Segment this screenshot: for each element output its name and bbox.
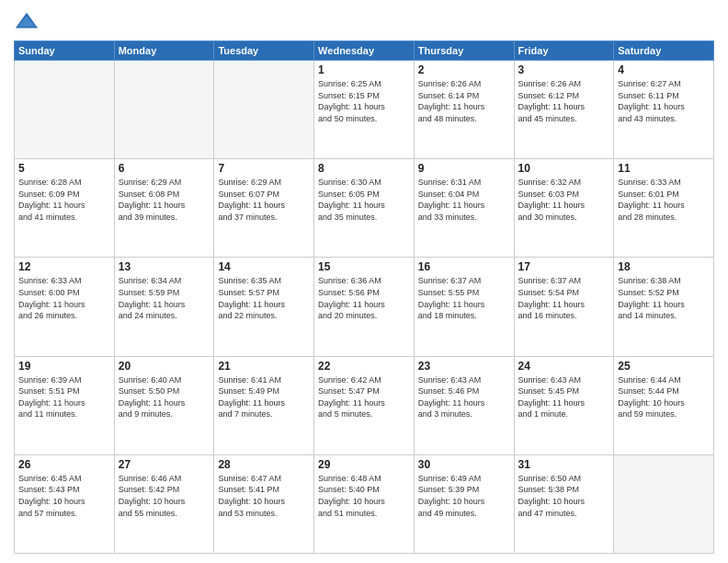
- day-number: 30: [418, 458, 510, 471]
- day-info: Sunrise: 6:26 AM Sunset: 6:12 PM Dayligh…: [518, 78, 610, 124]
- day-number: 24: [518, 360, 610, 373]
- day-number: 20: [119, 360, 210, 373]
- day-info: Sunrise: 6:27 AM Sunset: 6:11 PM Dayligh…: [618, 78, 710, 124]
- day-number: 10: [518, 162, 610, 175]
- day-info: Sunrise: 6:37 AM Sunset: 5:55 PM Dayligh…: [418, 275, 510, 321]
- day-number: 27: [119, 458, 210, 471]
- day-info: Sunrise: 6:33 AM Sunset: 6:01 PM Dayligh…: [618, 177, 710, 223]
- day-number: 4: [618, 63, 710, 76]
- calendar-cell: 20Sunrise: 6:40 AM Sunset: 5:50 PM Dayli…: [114, 356, 214, 454]
- day-info: Sunrise: 6:28 AM Sunset: 6:09 PM Dayligh…: [18, 177, 110, 223]
- day-info: Sunrise: 6:40 AM Sunset: 5:50 PM Dayligh…: [119, 374, 210, 420]
- day-info: Sunrise: 6:50 AM Sunset: 5:38 PM Dayligh…: [518, 473, 610, 519]
- col-tuesday: Tuesday: [214, 41, 314, 61]
- calendar-cell: 12Sunrise: 6:33 AM Sunset: 6:00 PM Dayli…: [15, 258, 115, 356]
- day-number: 13: [119, 260, 210, 273]
- day-info: Sunrise: 6:30 AM Sunset: 6:05 PM Dayligh…: [318, 177, 410, 223]
- calendar-cell: 13Sunrise: 6:34 AM Sunset: 5:59 PM Dayli…: [114, 258, 214, 356]
- day-info: Sunrise: 6:32 AM Sunset: 6:03 PM Dayligh…: [518, 177, 610, 223]
- day-number: 14: [218, 260, 310, 273]
- day-info: Sunrise: 6:25 AM Sunset: 6:15 PM Dayligh…: [318, 78, 410, 124]
- day-info: Sunrise: 6:41 AM Sunset: 5:49 PM Dayligh…: [218, 374, 310, 420]
- day-info: Sunrise: 6:43 AM Sunset: 5:45 PM Dayligh…: [518, 374, 610, 420]
- calendar-cell: 10Sunrise: 6:32 AM Sunset: 6:03 PM Dayli…: [514, 159, 614, 258]
- day-info: Sunrise: 6:26 AM Sunset: 6:14 PM Dayligh…: [418, 78, 510, 124]
- day-info: Sunrise: 6:35 AM Sunset: 5:57 PM Dayligh…: [218, 275, 310, 321]
- day-number: 29: [318, 458, 410, 471]
- calendar-week-row: 26Sunrise: 6:45 AM Sunset: 5:43 PM Dayli…: [15, 454, 714, 553]
- day-info: Sunrise: 6:49 AM Sunset: 5:39 PM Dayligh…: [418, 473, 510, 519]
- day-number: 16: [418, 260, 510, 273]
- calendar-cell: 15Sunrise: 6:36 AM Sunset: 5:56 PM Dayli…: [314, 258, 415, 356]
- day-number: 17: [518, 260, 610, 273]
- calendar-cell: 6Sunrise: 6:29 AM Sunset: 6:08 PM Daylig…: [114, 159, 214, 258]
- day-number: 2: [418, 63, 510, 76]
- col-wednesday: Wednesday: [314, 41, 415, 61]
- calendar-cell: 3Sunrise: 6:26 AM Sunset: 6:12 PM Daylig…: [514, 61, 614, 159]
- calendar-cell: 18Sunrise: 6:38 AM Sunset: 5:52 PM Dayli…: [614, 258, 714, 356]
- calendar-cell: [614, 454, 714, 553]
- page: Sunday Monday Tuesday Wednesday Thursday…: [0, 0, 728, 563]
- calendar-cell: 14Sunrise: 6:35 AM Sunset: 5:57 PM Dayli…: [214, 258, 314, 356]
- day-number: 18: [618, 260, 710, 273]
- header: [14, 9, 714, 35]
- calendar-week-row: 12Sunrise: 6:33 AM Sunset: 6:00 PM Dayli…: [15, 258, 714, 356]
- calendar-cell: 1Sunrise: 6:25 AM Sunset: 6:15 PM Daylig…: [314, 61, 415, 159]
- calendar-cell: 17Sunrise: 6:37 AM Sunset: 5:54 PM Dayli…: [514, 258, 614, 356]
- calendar-header-row: Sunday Monday Tuesday Wednesday Thursday…: [15, 41, 714, 61]
- day-number: 6: [119, 162, 210, 175]
- day-number: 25: [618, 360, 710, 373]
- calendar-cell: 9Sunrise: 6:31 AM Sunset: 6:04 PM Daylig…: [414, 159, 514, 258]
- day-info: Sunrise: 6:42 AM Sunset: 5:47 PM Dayligh…: [318, 374, 410, 420]
- calendar-cell: 30Sunrise: 6:49 AM Sunset: 5:39 PM Dayli…: [414, 454, 514, 553]
- col-monday: Monday: [114, 41, 214, 61]
- day-number: 5: [18, 162, 110, 175]
- day-number: 22: [318, 360, 410, 373]
- calendar-table: Sunday Monday Tuesday Wednesday Thursday…: [14, 40, 714, 554]
- calendar-cell: 24Sunrise: 6:43 AM Sunset: 5:45 PM Dayli…: [514, 356, 614, 454]
- day-info: Sunrise: 6:43 AM Sunset: 5:46 PM Dayligh…: [418, 374, 510, 420]
- day-number: 1: [318, 63, 410, 76]
- day-number: 15: [318, 260, 410, 273]
- day-info: Sunrise: 6:37 AM Sunset: 5:54 PM Dayligh…: [518, 275, 610, 321]
- day-info: Sunrise: 6:34 AM Sunset: 5:59 PM Dayligh…: [119, 275, 210, 321]
- calendar-cell: [114, 61, 214, 159]
- calendar-cell: 26Sunrise: 6:45 AM Sunset: 5:43 PM Dayli…: [15, 454, 115, 553]
- calendar-cell: 11Sunrise: 6:33 AM Sunset: 6:01 PM Dayli…: [614, 159, 714, 258]
- calendar-cell: 23Sunrise: 6:43 AM Sunset: 5:46 PM Dayli…: [414, 356, 514, 454]
- day-info: Sunrise: 6:45 AM Sunset: 5:43 PM Dayligh…: [18, 473, 110, 519]
- calendar-cell: 16Sunrise: 6:37 AM Sunset: 5:55 PM Dayli…: [414, 258, 514, 356]
- day-number: 19: [18, 360, 110, 373]
- calendar-cell: 25Sunrise: 6:44 AM Sunset: 5:44 PM Dayli…: [614, 356, 714, 454]
- day-info: Sunrise: 6:29 AM Sunset: 6:08 PM Dayligh…: [119, 177, 210, 223]
- calendar-cell: [214, 61, 314, 159]
- day-info: Sunrise: 6:31 AM Sunset: 6:04 PM Dayligh…: [418, 177, 510, 223]
- logo-icon: [14, 9, 40, 35]
- calendar-cell: 21Sunrise: 6:41 AM Sunset: 5:49 PM Dayli…: [214, 356, 314, 454]
- day-number: 28: [218, 458, 310, 471]
- day-number: 31: [518, 458, 610, 471]
- day-info: Sunrise: 6:36 AM Sunset: 5:56 PM Dayligh…: [318, 275, 410, 321]
- calendar-cell: 8Sunrise: 6:30 AM Sunset: 6:05 PM Daylig…: [314, 159, 415, 258]
- logo: [14, 9, 43, 35]
- col-friday: Friday: [514, 41, 614, 61]
- col-sunday: Sunday: [15, 41, 115, 61]
- day-info: Sunrise: 6:33 AM Sunset: 6:00 PM Dayligh…: [18, 275, 110, 321]
- day-number: 7: [218, 162, 310, 175]
- col-thursday: Thursday: [414, 41, 514, 61]
- calendar-week-row: 1Sunrise: 6:25 AM Sunset: 6:15 PM Daylig…: [15, 61, 714, 159]
- calendar-cell: 31Sunrise: 6:50 AM Sunset: 5:38 PM Dayli…: [514, 454, 614, 553]
- day-info: Sunrise: 6:48 AM Sunset: 5:40 PM Dayligh…: [318, 473, 410, 519]
- day-info: Sunrise: 6:38 AM Sunset: 5:52 PM Dayligh…: [618, 275, 710, 321]
- day-number: 21: [218, 360, 310, 373]
- day-number: 26: [18, 458, 110, 471]
- day-number: 9: [418, 162, 510, 175]
- calendar-cell: [15, 61, 115, 159]
- calendar-week-row: 5Sunrise: 6:28 AM Sunset: 6:09 PM Daylig…: [15, 159, 714, 258]
- calendar-cell: 4Sunrise: 6:27 AM Sunset: 6:11 PM Daylig…: [614, 61, 714, 159]
- day-info: Sunrise: 6:39 AM Sunset: 5:51 PM Dayligh…: [18, 374, 110, 420]
- calendar-cell: 29Sunrise: 6:48 AM Sunset: 5:40 PM Dayli…: [314, 454, 415, 553]
- day-number: 3: [518, 63, 610, 76]
- day-number: 23: [418, 360, 510, 373]
- calendar-cell: 2Sunrise: 6:26 AM Sunset: 6:14 PM Daylig…: [414, 61, 514, 159]
